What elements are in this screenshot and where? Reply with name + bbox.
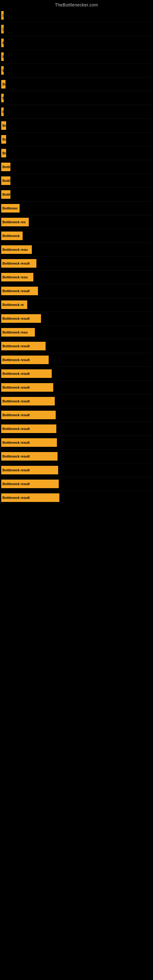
bar-label: Bottleneck resu (1, 273, 33, 282)
bar-label: Bottleneck result (1, 356, 49, 364)
bar-label: Bottleneck result (1, 342, 46, 350)
bar-row: Bottleneck result (0, 450, 153, 463)
bar-row: E (0, 36, 153, 49)
bar-label: Bottleneck (1, 232, 22, 240)
bar-row: Bottleneck result (0, 367, 153, 380)
bar-label: Bo (1, 135, 6, 144)
bar-row: Bottl (0, 188, 153, 201)
bar-label: | (1, 25, 4, 33)
page-container: TheBottlenecker.com ||EBEBoBBBoBoBoBottl… (0, 0, 153, 504)
bar-row: Bottleneck res (0, 215, 153, 229)
bar-row: Bottleneck (0, 229, 153, 243)
bar-row: E (0, 64, 153, 77)
bar-label: Bottleneck result (1, 425, 56, 433)
bar-label: Bottleneck resu (1, 328, 35, 337)
bar-row: Bottleneck result (0, 353, 153, 367)
bar-row: Bottleneck result (0, 339, 153, 353)
bar-label: | (1, 11, 4, 20)
bar-label: Bo (1, 80, 5, 89)
bar-label: Bottleneck result (1, 480, 59, 488)
bar-row: Bottleneck result (0, 408, 153, 422)
bar-row: Bottleneck result (0, 477, 153, 491)
bar-row: Bottleneck result (0, 284, 153, 298)
bar-label: Bottleneck result (1, 369, 52, 378)
bar-label: Bottleneck re (1, 301, 27, 309)
bar-row: Bottlenec (0, 202, 153, 215)
bar-row: B (0, 91, 153, 105)
bar-row: Bo (0, 133, 153, 146)
bar-label: B (1, 94, 4, 102)
bar-row: Bottl (0, 160, 153, 173)
bar-row: Bottleneck resu (0, 270, 153, 284)
bar-label: B (1, 108, 4, 116)
bar-row: Bottleneck result (0, 463, 153, 477)
bar-row: Bottleneck result (0, 381, 153, 394)
bar-label: Bottleneck res (1, 218, 29, 226)
bar-label: Bottlenec (1, 204, 19, 213)
bars-container: ||EBEBoBBBoBoBoBottlBottlBottlBottlenecB… (0, 9, 153, 504)
bar-label: Bottleneck result (1, 411, 56, 419)
bar-row: Bottleneck re (0, 298, 153, 312)
bar-row: Bo (0, 146, 153, 160)
bar-row: Bottleneck resu (0, 326, 153, 339)
bar-row: B (0, 105, 153, 119)
bar-row: | (0, 9, 153, 22)
bar-row: Bottleneck result (0, 312, 153, 325)
bar-label: E (1, 66, 4, 75)
bar-row: Bottleneck result (0, 436, 153, 449)
bar-row: B (0, 50, 153, 64)
bar-row: Bo (0, 78, 153, 91)
bar-label: Bottleneck result (1, 286, 38, 295)
bar-label: Bottl (1, 162, 10, 171)
bar-row: Bottleneck result (0, 422, 153, 436)
bar-label: E (1, 38, 4, 47)
bar-row: Bottleneck result (0, 491, 153, 504)
bar-label: Bottleneck result (1, 259, 37, 268)
site-title: TheBottlenecker.com (0, 0, 153, 9)
bar-label: Bottl (1, 190, 10, 199)
bar-label: Bottleneck result (1, 452, 57, 461)
bar-label: Bottleneck result (1, 438, 57, 447)
bar-row: Bottleneck result (0, 257, 153, 270)
bar-label: Bottleneck result (1, 383, 53, 392)
bar-label: Bottleneck result (1, 397, 55, 406)
bar-label: Bottleneck result (1, 314, 41, 323)
bar-row: Bottleneck resu (0, 243, 153, 256)
bar-label: B (1, 52, 4, 61)
bar-row: Bottl (0, 174, 153, 188)
bar-label: Bottleneck resu (1, 245, 32, 254)
bar-row: Bo (0, 119, 153, 132)
bar-label: Bo (1, 121, 6, 130)
bar-label: Bottleneck result (1, 493, 59, 502)
bar-label: Bottl (1, 177, 10, 185)
bar-row: Bottleneck result (0, 395, 153, 408)
bar-row: | (0, 22, 153, 36)
bar-label: Bottleneck result (1, 466, 58, 474)
bar-label: Bo (1, 149, 6, 158)
